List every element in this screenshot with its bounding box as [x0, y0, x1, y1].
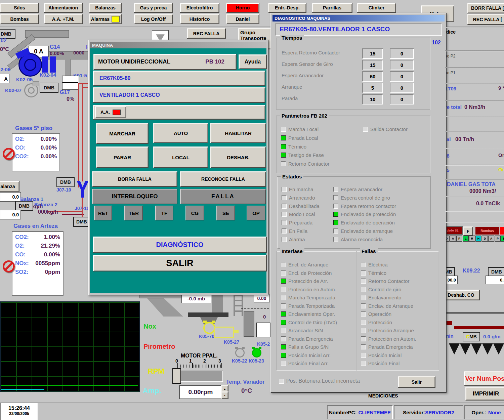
mini-status-l[interactable]: L	[501, 236, 504, 242]
borr-falla-button[interactable]: BORR FALLA [	[467, 3, 504, 13]
aa-button[interactable]: A.A.	[95, 106, 126, 118]
checkbox-t-rmico[interactable]: Térmico	[281, 144, 306, 149]
checkbox-espera-arrancador[interactable]: Espera arrancador	[333, 186, 382, 192]
checkbox-deshabilitada[interactable]: Deshabilitada	[282, 203, 320, 209]
checkbox-espera-retorno-contactor[interactable]: Espera retorno contactor	[333, 203, 396, 209]
tiempos-value2-espera-retorno-contactor[interactable]: 0	[390, 48, 414, 59]
tiempos-value1-espera-retorno-contactor[interactable]: 15	[362, 48, 383, 59]
checkbox-protecci-n-de-arr[interactable]: Protección de Arr.	[281, 278, 328, 284]
checkbox-enclavado-de-operaci-n[interactable]: Enclavado de operación	[333, 220, 395, 225]
toolbar-button-electrofiltro[interactable]: Electrofiltro	[180, 3, 219, 13]
checkbox-arrancador-s-n[interactable]: Arrancador S/N	[281, 328, 323, 333]
valve-icon-k02-04-b[interactable]	[50, 56, 56, 73]
gauge-slider[interactable]	[172, 368, 181, 384]
rpm-spinner[interactable]: 0.00rpm	[179, 385, 222, 399]
dmb-box-4[interactable]: DMB	[15, 201, 33, 211]
toolbar-button-clinker[interactable]: Clinker	[357, 3, 396, 13]
marchar-button[interactable]: MARCHAR	[96, 123, 149, 144]
flag-se[interactable]: SE	[216, 206, 235, 220]
toolbar-button-alarmas[interactable]: Alarmas	[89, 14, 122, 24]
machine-icon-k05-27[interactable]	[214, 327, 234, 338]
checkbox-encl-de-protecci-n[interactable]: Encl. de Protección	[281, 270, 332, 276]
interbloqueo-indicator[interactable]: INTERBLOQUEO	[92, 189, 177, 204]
checkbox-falla-a-grupo-s-n[interactable]: Falla a Grupo S/N	[281, 344, 329, 349]
checkbox-en-marcha[interactable]: En marcha	[282, 186, 313, 192]
dmb-box-2[interactable]: DMB	[40, 83, 58, 93]
local-button[interactable]: LOCAL	[153, 146, 208, 168]
checkbox-modo-local[interactable]: Modo Local	[282, 211, 315, 217]
habilitar-button[interactable]: HABILITAR	[210, 123, 266, 143]
flag-op[interactable]: OP	[247, 206, 265, 220]
checkbox-protecci-n-en-autom[interactable]: Protección en Autom.	[361, 336, 416, 341]
motor-icon-k05-70[interactable]	[203, 322, 215, 334]
checkbox-control-de-giro-dv0[interactable]: Control de Giro (DV0)	[281, 320, 337, 325]
toolbar-button-daniel[interactable]: Daniel	[226, 14, 259, 24]
dmb-box-right[interactable]: DMB	[488, 267, 504, 277]
maquina-salir-button[interactable]: SALIR	[93, 255, 267, 271]
motor-icon-k05-22[interactable]	[235, 348, 245, 358]
checkbox-marcha-temporizada[interactable]: Marcha Temporizada	[281, 295, 335, 300]
tiempos-value2-espera-sensor-de-giro[interactable]: 0	[390, 60, 414, 70]
checkbox-enclavado-de-protecci-n[interactable]: Enclavado de protección	[333, 211, 396, 217]
mini-status-a[interactable]: A	[488, 236, 494, 242]
dmb-box-5[interactable]: DMB	[73, 217, 90, 227]
mini-status-d[interactable]: D	[482, 236, 488, 242]
flag-tf[interactable]: TF	[155, 206, 173, 220]
checkbox-espera-control-de-giro[interactable]: Espera control de giro	[333, 195, 390, 200]
checkbox-t-rmico[interactable]: Térmico	[361, 270, 386, 276]
toolbar-button-a-a-t-m[interactable]: A.A. +T.M.	[44, 14, 83, 24]
flag-ter[interactable]: TER	[124, 206, 143, 220]
trend-chart[interactable]	[0, 301, 140, 392]
flag-ret[interactable]: RET	[94, 206, 112, 220]
checkbox-parada-temporizada[interactable]: Parada Temporizada	[281, 303, 335, 308]
checkbox-enclavamiento[interactable]: Enclavamiento	[361, 295, 401, 300]
parar-button[interactable]: PARAR	[96, 146, 149, 168]
auto-button[interactable]: AUTO	[153, 123, 208, 143]
deshab-button[interactable]: DESHAB.	[210, 146, 266, 168]
reconoce-falla-button[interactable]: RECONOCE FALLA	[180, 171, 266, 187]
spinner-down-button[interactable]: ▼	[221, 391, 228, 399]
ayuda-button[interactable]: Ayuda	[239, 54, 267, 69]
tiempos-value1-arranque[interactable]: 5	[362, 83, 383, 93]
tiempos-value2-arranque[interactable]: 0	[390, 83, 414, 93]
checkbox-enclavado-de-arranque[interactable]: Enclavado de arranque	[333, 228, 393, 234]
checkbox-arrancando[interactable]: Arrancando	[282, 195, 315, 200]
checkbox-parada-emergencia[interactable]: Parada Emergencia	[361, 344, 413, 349]
checkbox-posici-n-final-arr[interactable]: Posición Final Arr.	[281, 361, 329, 366]
checkbox-parada-emergencia[interactable]: Parada Emergencia	[281, 336, 333, 341]
cmb-box[interactable]: CMB	[463, 332, 480, 341]
toolbar-button-alimentacion[interactable]: Alimentacion	[44, 3, 83, 13]
checkbox-protecci-n-en-autom[interactable]: Protección en Autom.	[281, 287, 336, 292]
toolbar-button-balanzas[interactable]: Balanzas	[89, 3, 122, 13]
toolbar-button-horno[interactable]: Horno	[226, 3, 259, 13]
toolbar-button-silos[interactable]: Silos	[0, 3, 39, 13]
mini-status-p[interactable]: P	[495, 236, 501, 242]
tiempos-value2-parada[interactable]: 0	[390, 94, 414, 104]
diagnostico-titlebar[interactable]: DIAGNOSTICO MAQUINAS	[272, 15, 445, 22]
toolbar-button-log-on-off[interactable]: Log On/Off	[134, 14, 173, 24]
checkbox-pos-botonera[interactable]: Pos. Botonera Local incorrecta	[279, 378, 360, 384]
checkbox-operaci-n[interactable]: Operación	[361, 311, 391, 317]
rec-falla-mid-button[interactable]: REC FALLA	[187, 28, 226, 39]
checkbox-en-falla[interactable]: En Falla	[282, 228, 307, 234]
tiempos-value1-espera-sensor-de-giro[interactable]: 15	[362, 60, 383, 70]
imprimir-button[interactable]: IMPRIMIR	[465, 387, 504, 401]
toolbar-button-bombas[interactable]: Bombas	[0, 14, 39, 24]
borra-falla-button[interactable]: BORRA FALLA	[92, 171, 177, 187]
checkbox-testigo-de-fase[interactable]: Testigo de Fase	[281, 152, 324, 158]
checkbox-salida-contactor[interactable]: Salida Contactor	[363, 126, 408, 132]
g17-valve-icon[interactable]	[62, 76, 79, 90]
toolbar-button-historico[interactable]: Historico	[180, 14, 219, 24]
checkbox-marcha-local[interactable]: Marcha Local	[281, 126, 319, 132]
toolbar-button-gas-y-preca[interactable]: Gas y preca	[134, 3, 173, 13]
deshab-co-button[interactable]: Deshab. CO	[442, 290, 480, 300]
mini-status-h[interactable]: H	[475, 236, 481, 242]
checkbox-posici-n-final[interactable]: Posición Final	[361, 361, 400, 366]
checkbox-protecci-n-arranque[interactable]: Protección Arranque	[361, 328, 414, 333]
ver-num-pos-button[interactable]: Ver Num.Pos	[464, 371, 504, 386]
dmb-box-3[interactable]: DMB	[56, 177, 75, 187]
rec-falla-corner-button[interactable]: REC FALLA [	[467, 14, 504, 25]
valve-icon-k02-04-a[interactable]	[42, 56, 48, 73]
maquina-titlebar[interactable]: MAQUINA	[90, 42, 266, 48]
diagnostico-button[interactable]: DIAGNÓSTICO	[93, 237, 267, 253]
